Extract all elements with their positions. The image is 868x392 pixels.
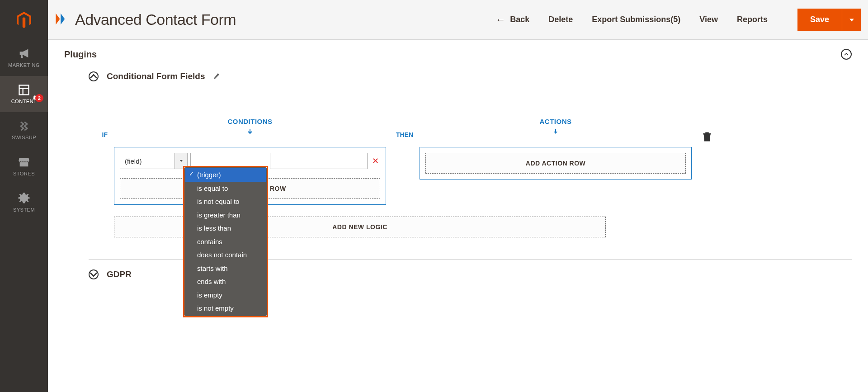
condition-row: (field) ✕ <box>120 153 380 169</box>
chevron-up-icon <box>844 52 849 57</box>
sidebar-item-stores[interactable]: STORES <box>0 148 48 184</box>
plugins-section-title: Plugins <box>64 49 97 60</box>
gdpr-section-title: GDPR <box>107 269 132 279</box>
admin-sidebar: MARKETING CONTENT 2 SWISSUP STORES SYSTE… <box>0 0 48 392</box>
bullhorn-icon <box>18 48 30 60</box>
arrow-down-icon <box>552 128 559 135</box>
reports-button[interactable]: Reports <box>737 15 768 24</box>
sidebar-label: MARKETING <box>8 62 40 68</box>
dropdown-option[interactable]: is not empty <box>185 302 266 315</box>
svg-rect-0 <box>19 85 29 95</box>
collapse-cff-button[interactable] <box>89 71 99 81</box>
add-action-row-button[interactable]: ADD ACTION ROW <box>425 153 686 174</box>
save-button[interactable]: Save <box>797 9 842 31</box>
notification-badge: 2 <box>35 94 43 102</box>
dropdown-option[interactable]: ends with <box>185 275 266 288</box>
dropdown-option[interactable]: starts with <box>185 262 266 275</box>
arrow-left-icon: ← <box>495 15 505 25</box>
delete-button[interactable]: Delete <box>548 15 573 24</box>
layout-icon <box>18 84 30 96</box>
sidebar-label: SWISSUP <box>12 135 36 140</box>
page-title: Advanced Contact Form <box>75 11 236 28</box>
edit-icon[interactable] <box>213 73 220 80</box>
gear-icon <box>18 193 30 204</box>
sidebar-label: SYSTEM <box>13 207 35 213</box>
store-icon <box>18 156 30 168</box>
sidebar-item-swissup[interactable]: SWISSUP <box>0 112 48 148</box>
remove-condition-button[interactable]: ✕ <box>370 156 380 166</box>
chevron-down-icon <box>90 270 98 279</box>
then-label: THEN <box>392 131 413 138</box>
dropdown-option[interactable]: is less than <box>185 222 266 235</box>
dropdown-option[interactable]: is greater than <box>185 208 266 222</box>
cff-section-title: Conditional Form Fields <box>107 71 205 81</box>
condition-value-input[interactable] <box>270 153 368 169</box>
dropdown-option[interactable]: is equal to <box>185 182 266 195</box>
actions-column-label: ACTIONS <box>540 118 572 125</box>
dropdown-option[interactable]: contains <box>185 235 266 249</box>
chevron-up-icon <box>90 72 98 80</box>
conditions-column-label: CONDITIONS <box>227 118 272 125</box>
field-select-toggle[interactable] <box>175 153 187 169</box>
sidebar-label: STORES <box>13 171 35 176</box>
back-label: Back <box>510 15 529 24</box>
if-label: IF <box>89 131 108 138</box>
back-button[interactable]: ← Back <box>495 15 529 25</box>
dropdown-option[interactable]: is not equal to <box>185 195 266 208</box>
sidebar-item-system[interactable]: SYSTEM <box>0 184 48 221</box>
sidebar-item-marketing[interactable]: MARKETING <box>0 40 48 76</box>
export-submissions-button[interactable]: Export Submissions(5) <box>592 15 680 24</box>
page-header: Advanced Contact Form ← Back Delete Expo… <box>48 0 868 40</box>
dropdown-option[interactable]: (trigger) <box>185 168 266 182</box>
dropdown-option[interactable]: is empty <box>185 288 266 302</box>
triangle-down-icon <box>179 159 183 163</box>
collapse-gdpr-button[interactable] <box>89 269 99 279</box>
save-dropdown-button[interactable] <box>842 9 861 31</box>
dropdown-option[interactable]: does not contain <box>185 248 266 262</box>
actions-container: ADD ACTION ROW <box>420 147 692 179</box>
magento-logo[interactable] <box>0 0 48 40</box>
trigger-dropdown: (trigger) is equal to is not equal to is… <box>184 167 267 316</box>
arrow-down-icon <box>246 128 254 135</box>
view-button[interactable]: View <box>699 15 718 24</box>
triangle-down-icon <box>849 17 854 23</box>
trigger-select[interactable] <box>190 153 267 169</box>
sidebar-item-content[interactable]: CONTENT 2 <box>0 76 48 112</box>
swissup-icon <box>18 120 30 132</box>
form-icon <box>53 11 70 29</box>
collapse-plugins-button[interactable] <box>841 49 852 60</box>
field-select-value: (field) <box>120 157 175 165</box>
field-select[interactable]: (field) <box>120 153 188 169</box>
delete-logic-button[interactable] <box>703 131 712 142</box>
